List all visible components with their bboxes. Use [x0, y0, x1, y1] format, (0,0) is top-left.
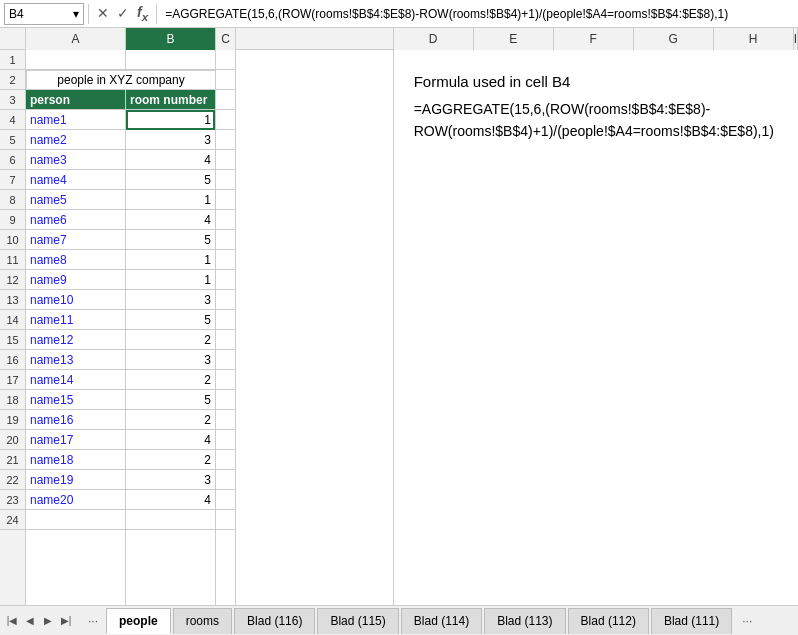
col-header-f[interactable]: F	[554, 28, 634, 50]
col-header-h[interactable]: H	[714, 28, 794, 50]
cell-b5[interactable]: 3	[126, 130, 215, 150]
cell-c1[interactable]	[216, 50, 235, 70]
cell-a2-merged[interactable]: people in XYZ company	[26, 70, 216, 90]
cell-b16[interactable]: 3	[126, 350, 215, 370]
cell-c10[interactable]	[216, 230, 235, 250]
cell-a4[interactable]: name1	[26, 110, 125, 130]
cell-b4[interactable]: 1	[126, 110, 215, 130]
cell-a22[interactable]: name19	[26, 470, 125, 490]
confirm-icon[interactable]: ✓	[115, 5, 131, 21]
cell-c8[interactable]	[216, 190, 235, 210]
cell-b19[interactable]: 2	[126, 410, 215, 430]
col-header-i[interactable]: I	[794, 28, 798, 50]
cell-b17[interactable]: 2	[126, 370, 215, 390]
sheet-tab-blad115[interactable]: Blad (115)	[317, 608, 398, 634]
cell-c6[interactable]	[216, 150, 235, 170]
cell-a8[interactable]: name5	[26, 190, 125, 210]
tab-more-right[interactable]: ···	[734, 610, 760, 632]
cell-a23[interactable]: name20	[26, 490, 125, 510]
cell-b13[interactable]: 3	[126, 290, 215, 310]
cell-reference-box[interactable]: B4 ▾	[4, 3, 84, 25]
col-header-a[interactable]: A	[26, 28, 126, 50]
cell-a11[interactable]: name8	[26, 250, 125, 270]
cell-c13[interactable]	[216, 290, 235, 310]
cell-a15[interactable]: name12	[26, 330, 125, 350]
cell-b6[interactable]: 4	[126, 150, 215, 170]
cell-a5[interactable]: name2	[26, 130, 125, 150]
cell-c2[interactable]	[216, 70, 235, 90]
cell-c3[interactable]	[216, 90, 235, 110]
cell-a6[interactable]: name3	[26, 150, 125, 170]
cell-a7[interactable]: name4	[26, 170, 125, 190]
cell-b21[interactable]: 2	[126, 450, 215, 470]
cell-a20[interactable]: name17	[26, 430, 125, 450]
cell-c20[interactable]	[216, 430, 235, 450]
cell-a21[interactable]: name18	[26, 450, 125, 470]
cell-a10[interactable]: name7	[26, 230, 125, 250]
cell-b10[interactable]: 5	[126, 230, 215, 250]
cell-a19[interactable]: name16	[26, 410, 125, 430]
cell-b24[interactable]	[126, 510, 215, 530]
cell-c11[interactable]	[216, 250, 235, 270]
cell-c4[interactable]	[216, 110, 235, 130]
cell-c17[interactable]	[216, 370, 235, 390]
cell-b23[interactable]: 4	[126, 490, 215, 510]
col-header-c[interactable]: C	[216, 28, 236, 50]
cell-c12[interactable]	[216, 270, 235, 290]
cell-a18[interactable]: name15	[26, 390, 125, 410]
cell-a13[interactable]: name10	[26, 290, 125, 310]
cell-a3[interactable]: person	[26, 90, 125, 110]
cell-b9[interactable]: 4	[126, 210, 215, 230]
cell-c15[interactable]	[216, 330, 235, 350]
insert-function-icon[interactable]: fx	[135, 4, 150, 23]
cell-b22[interactable]: 3	[126, 470, 215, 490]
cell-b12[interactable]: 1	[126, 270, 215, 290]
cell-c19[interactable]	[216, 410, 235, 430]
cell-c5[interactable]	[216, 130, 235, 150]
cell-a1[interactable]	[26, 50, 125, 70]
cell-a24[interactable]	[26, 510, 125, 530]
cell-c18[interactable]	[216, 390, 235, 410]
cell-a17[interactable]: name14	[26, 370, 125, 390]
sheet-tab-people[interactable]: people	[106, 608, 171, 634]
col-header-e[interactable]: E	[474, 28, 554, 50]
col-header-b[interactable]: B	[126, 28, 216, 50]
cell-b20[interactable]: 4	[126, 430, 215, 450]
sheet-tab-blad113[interactable]: Blad (113)	[484, 608, 565, 634]
cell-c16[interactable]	[216, 350, 235, 370]
cell-b15[interactable]: 2	[126, 330, 215, 350]
cell-c24[interactable]	[216, 510, 235, 530]
cell-c21[interactable]	[216, 450, 235, 470]
sheet-tab-blad111[interactable]: Blad (111)	[651, 608, 732, 634]
cell-b14[interactable]: 5	[126, 310, 215, 330]
sheet-tab-blad116[interactable]: Blad (116)	[234, 608, 315, 634]
tab-more-left[interactable]: ···	[80, 610, 106, 632]
cell-b1[interactable]	[126, 50, 215, 70]
formula-input[interactable]	[161, 5, 794, 23]
tab-nav-last[interactable]: ▶|	[58, 613, 74, 629]
cell-c22[interactable]	[216, 470, 235, 490]
cell-b18[interactable]: 5	[126, 390, 215, 410]
cell-b7[interactable]: 5	[126, 170, 215, 190]
col-header-g[interactable]: G	[634, 28, 714, 50]
tab-nav-prev[interactable]: ◀	[22, 613, 38, 629]
cancel-icon[interactable]: ✕	[95, 5, 111, 21]
cell-c9[interactable]	[216, 210, 235, 230]
tab-nav-first[interactable]: |◀	[4, 613, 20, 629]
cell-b8[interactable]: 1	[126, 190, 215, 210]
cell-ref-dropdown-icon[interactable]: ▾	[73, 7, 79, 21]
cell-c7[interactable]	[216, 170, 235, 190]
sheet-tab-rooms[interactable]: rooms	[173, 608, 232, 634]
cell-a9[interactable]: name6	[26, 210, 125, 230]
cell-a16[interactable]: name13	[26, 350, 125, 370]
sheet-tab-blad114[interactable]: Blad (114)	[401, 608, 482, 634]
cell-b11[interactable]: 1	[126, 250, 215, 270]
cell-a12[interactable]: name9	[26, 270, 125, 290]
cell-a14[interactable]: name11	[26, 310, 125, 330]
tab-nav-next[interactable]: ▶	[40, 613, 56, 629]
col-header-d[interactable]: D	[394, 28, 474, 50]
cell-c14[interactable]	[216, 310, 235, 330]
cell-b3[interactable]: room number	[126, 90, 215, 110]
sheet-tab-blad112[interactable]: Blad (112)	[568, 608, 649, 634]
cell-c23[interactable]	[216, 490, 235, 510]
